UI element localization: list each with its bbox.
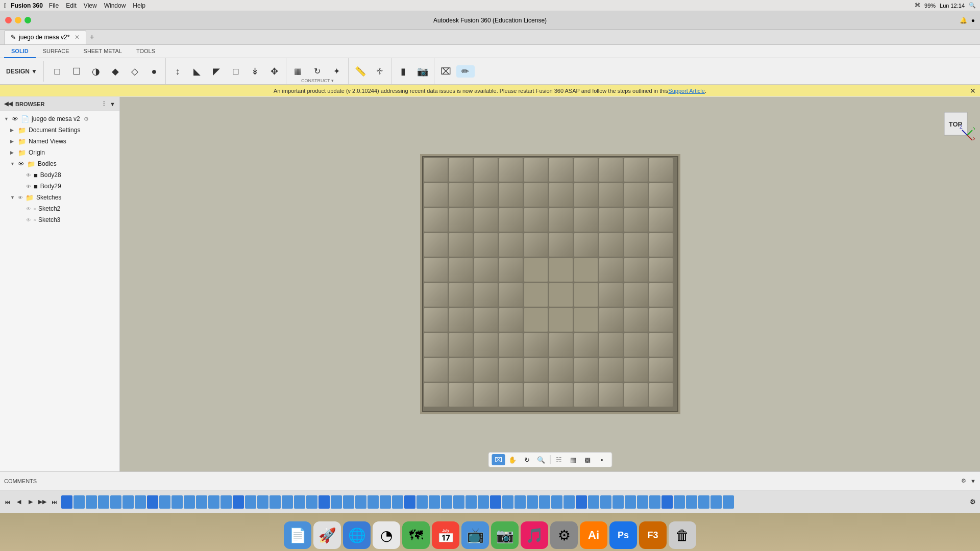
insert-mesh-button[interactable]: ▮	[394, 65, 412, 78]
timeline-item[interactable]	[662, 495, 673, 509]
timeline-item[interactable]	[502, 495, 513, 509]
dock-chrome[interactable]: ◔	[373, 521, 400, 549]
timeline-prev-button[interactable]: ◀	[14, 497, 24, 507]
menu-window[interactable]: Window	[104, 2, 126, 9]
timeline-play-button[interactable]: ▶	[26, 497, 36, 507]
select-tool-button[interactable]: ⌧	[492, 454, 505, 465]
notice-close-button[interactable]: ✕	[970, 87, 976, 95]
pan-button[interactable]: ✋	[506, 454, 519, 465]
inspect-interference-button[interactable]: ♱	[371, 65, 389, 78]
browser-collapse-icon[interactable]: ◀◀	[4, 101, 12, 107]
account-icon[interactable]: ●	[971, 17, 975, 24]
timeline-item[interactable]	[637, 495, 648, 509]
active-tab[interactable]: ✎ juego de mesa v2* ✕	[4, 30, 86, 44]
root-settings-icon[interactable]: ⚙	[84, 116, 89, 122]
dock-systemprefs[interactable]: ⚙	[550, 521, 578, 549]
timeline-item[interactable]	[331, 495, 342, 509]
timeline-item[interactable]	[343, 495, 354, 509]
construct-axis-button[interactable]: ↻	[308, 66, 327, 77]
timeline-item[interactable]	[147, 495, 158, 509]
timeline-item[interactable]	[318, 495, 330, 509]
timeline-end-button[interactable]: ⏭	[49, 497, 59, 507]
timeline-item[interactable]	[392, 495, 403, 509]
timeline-item[interactable]	[270, 495, 281, 509]
timeline-next-button[interactable]: ▶▶	[37, 497, 47, 507]
timeline-item[interactable]	[257, 495, 268, 509]
timeline-item[interactable]	[600, 495, 611, 509]
timeline-item[interactable]	[564, 495, 575, 509]
comments-settings-icon[interactable]: ⚙	[961, 478, 966, 484]
tree-body28[interactable]: 👁 ■ Body28	[0, 169, 119, 181]
modify-chamfer-button[interactable]: ◤	[207, 65, 226, 78]
insert-image-button[interactable]: 📷	[413, 65, 432, 78]
create-extrude-button[interactable]: ☐	[67, 65, 86, 78]
more-options-button[interactable]: ▪	[595, 454, 608, 465]
view-options-button[interactable]: ▩	[581, 454, 594, 465]
notification-icon[interactable]: 🔔	[960, 17, 967, 24]
timeline-item[interactable]	[625, 495, 636, 509]
comments-expand-icon[interactable]: ▼	[970, 478, 976, 484]
tree-bodies[interactable]: ▼ 👁 📁 Bodies	[0, 158, 119, 169]
timeline-item[interactable]	[588, 495, 599, 509]
modify-fillet-button[interactable]: ◣	[188, 65, 206, 78]
timeline-item[interactable]	[61, 495, 72, 509]
grid-settings-button[interactable]: ▦	[567, 454, 580, 465]
new-tab-button[interactable]: +	[89, 33, 94, 42]
timeline-item[interactable]	[98, 495, 109, 509]
dock-photoshop[interactable]: Ps	[609, 521, 637, 549]
close-button[interactable]	[5, 17, 12, 23]
browser-settings-icon[interactable]: ⋮	[101, 101, 107, 107]
timeline-item[interactable]	[233, 495, 244, 509]
timeline-item[interactable]	[576, 495, 587, 509]
create-new-component-button[interactable]: □	[48, 65, 66, 78]
timeline-item[interactable]	[196, 495, 207, 509]
timeline-item[interactable]	[172, 495, 183, 509]
dock-launchpad[interactable]: 🚀	[313, 521, 341, 549]
tree-root[interactable]: ▼ 👁 📄 juego de mesa v2 ⚙	[0, 113, 119, 124]
view-cube[interactable]: TOP X Y Z	[934, 102, 975, 143]
timeline-item[interactable]	[368, 495, 379, 509]
timeline-item[interactable]	[110, 495, 121, 509]
modify-shell-button[interactable]: □	[227, 65, 245, 78]
timeline-item[interactable]	[86, 495, 97, 509]
tree-named-views[interactable]: ▶ 📁 Named Views	[0, 136, 119, 147]
modify-move-button[interactable]: ✥	[265, 65, 284, 78]
tree-body29[interactable]: 👁 ■ Body29	[0, 181, 119, 192]
dock-appstore[interactable]: 📺	[461, 521, 489, 549]
modify-press-pull-button[interactable]: ↕	[168, 65, 187, 78]
timeline-item[interactable]	[429, 495, 440, 509]
tree-sketch3[interactable]: 👁 ▫ Sketch3	[0, 214, 119, 226]
timeline-item[interactable]	[686, 495, 697, 509]
maximize-button[interactable]	[24, 17, 31, 23]
menu-edit[interactable]: Edit	[66, 2, 77, 9]
app-name[interactable]: Fusion 360	[11, 2, 43, 9]
tree-sketch2[interactable]: 👁 ▫ Sketch2	[0, 203, 119, 214]
dock-finder[interactable]: 📄	[284, 521, 311, 549]
tree-doc-settings[interactable]: ▶ 📁 Document Settings	[0, 124, 119, 136]
timeline-item[interactable]	[539, 495, 550, 509]
timeline-settings-button[interactable]: ⚙	[968, 497, 978, 507]
timeline-start-button[interactable]: ⏮	[2, 497, 12, 507]
timeline-item[interactable]	[698, 495, 709, 509]
tab-surface[interactable]: SURFACE	[36, 45, 77, 58]
dock-maps[interactable]: 🗺	[402, 521, 430, 549]
timeline-item[interactable]	[282, 495, 293, 509]
timeline-item[interactable]	[404, 495, 415, 509]
timeline-item[interactable]	[159, 495, 170, 509]
timeline-item[interactable]	[465, 495, 477, 509]
tab-close-icon[interactable]: ✕	[75, 34, 80, 41]
timeline-item[interactable]	[612, 495, 624, 509]
timeline-item[interactable]	[208, 495, 219, 509]
zoom-button[interactable]: 🔍	[534, 454, 548, 465]
notice-link[interactable]: Support Article	[668, 88, 705, 94]
wifi-icon[interactable]: ⌘	[915, 2, 920, 9]
dock-calendar[interactable]: 📅	[432, 521, 459, 549]
tab-tools[interactable]: TOOLS	[129, 45, 162, 58]
select-button[interactable]: ⌧	[437, 65, 455, 78]
menu-help[interactable]: Help	[133, 2, 145, 9]
inspect-measure-button[interactable]: 📏	[351, 65, 370, 78]
tree-sketches[interactable]: ▼ 👁 📁 Sketches	[0, 192, 119, 203]
timeline-item[interactable]	[245, 495, 256, 509]
apple-menu[interactable]: 	[4, 2, 7, 10]
menu-view[interactable]: View	[84, 2, 97, 9]
